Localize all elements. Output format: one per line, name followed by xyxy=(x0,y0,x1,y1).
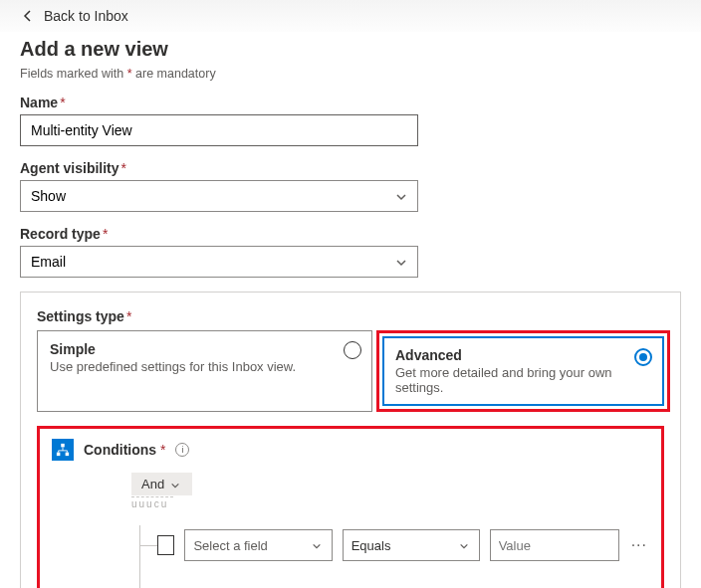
record-type-label: Record type* xyxy=(20,226,681,242)
back-link-label: Back to Inbox xyxy=(44,8,128,24)
settings-option-simple[interactable]: Simple Use predefined settings for this … xyxy=(37,330,372,412)
condition-row: Select a field Equals ··· xyxy=(157,529,649,561)
deleted-placeholder: uuucu xyxy=(131,496,173,509)
condition-more-button[interactable]: ··· xyxy=(629,536,649,554)
arrow-left-icon xyxy=(20,8,36,24)
settings-type-label: Settings type* xyxy=(37,308,664,324)
conditions-label: Conditions * xyxy=(84,442,165,458)
settings-advanced-desc: Get more detailed and bring your own set… xyxy=(395,365,623,395)
settings-simple-title: Simple xyxy=(50,341,332,357)
condition-operator-select[interactable]: Equals xyxy=(343,529,480,561)
chevron-down-icon xyxy=(395,256,407,268)
svg-rect-2 xyxy=(66,453,70,457)
record-type-select[interactable]: Email xyxy=(20,246,418,278)
name-label: Name* xyxy=(20,95,681,110)
settings-advanced-title: Advanced xyxy=(395,347,623,363)
conditions-section: Conditions * i And uuucu xyxy=(37,426,664,588)
condition-field-select[interactable]: Select a field xyxy=(184,529,332,561)
settings-simple-desc: Use predefined settings for this Inbox v… xyxy=(50,359,332,374)
agent-visibility-select[interactable]: Show xyxy=(20,180,418,212)
logic-operator-dropdown[interactable]: And xyxy=(131,473,192,495)
back-to-inbox-link[interactable]: Back to Inbox xyxy=(20,8,128,24)
settings-option-advanced[interactable]: Advanced Get more detailed and bring you… xyxy=(382,336,664,406)
radio-selected-icon xyxy=(634,348,652,366)
condition-value-input[interactable] xyxy=(490,529,619,561)
chevron-down-icon xyxy=(170,479,182,490)
info-icon[interactable]: i xyxy=(175,443,189,457)
page-title: Add a new view xyxy=(20,38,681,61)
radio-icon xyxy=(344,341,361,359)
condition-checkbox[interactable] xyxy=(157,535,174,555)
chevron-down-icon xyxy=(395,190,407,202)
chevron-down-icon xyxy=(459,539,471,551)
svg-rect-1 xyxy=(57,453,61,457)
settings-panel: Settings type* Simple Use predefined set… xyxy=(20,292,681,588)
hierarchy-icon xyxy=(52,439,74,461)
mandatory-note: Fields marked with * are mandatory xyxy=(20,67,681,81)
chevron-down-icon xyxy=(312,539,324,551)
name-input[interactable] xyxy=(20,114,418,146)
agent-visibility-label: Agent visibility* xyxy=(20,160,681,176)
svg-rect-0 xyxy=(61,444,65,448)
